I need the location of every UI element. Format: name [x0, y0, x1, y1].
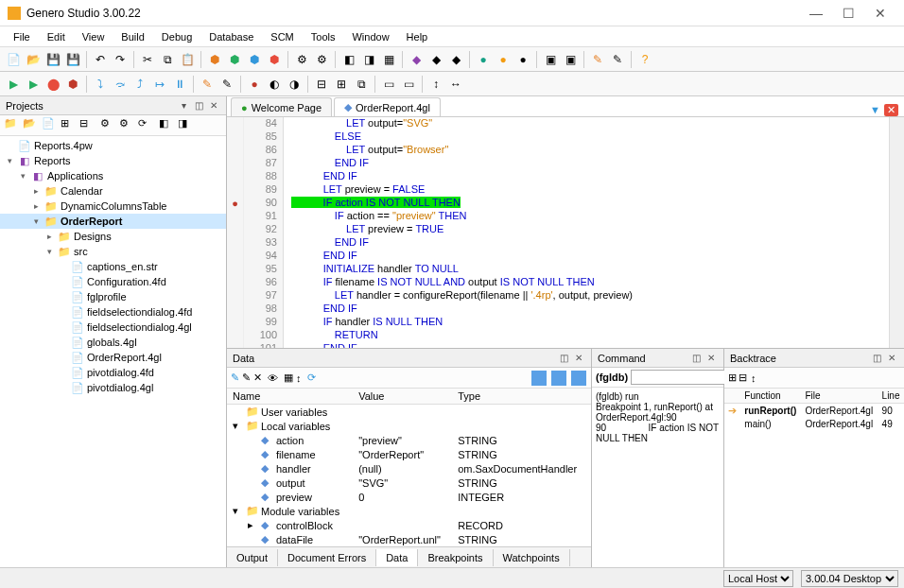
project-tree[interactable]: 📄Reports.4pw▾◧Reports▾◧Applications▸📁Cal… [0, 136, 226, 567]
tool-icon[interactable]: ◨ [359, 50, 378, 69]
tool-icon[interactable]: ⚙ [119, 117, 136, 134]
variable-row[interactable]: ▾📁Local variables [227, 419, 591, 433]
tool-icon[interactable]: 📁 [4, 117, 21, 134]
tree-twisty-icon[interactable]: ▾ [17, 171, 28, 181]
debug-icon[interactable]: ⬤ [43, 75, 62, 94]
tool-icon[interactable]: ⟳ [138, 117, 155, 134]
menu-help[interactable]: Help [399, 29, 436, 44]
tool-icon[interactable]: ⬢ [265, 50, 284, 69]
tree-item[interactable]: ▸📁Calendar [0, 183, 226, 199]
tool-icon[interactable]: ✎ [242, 372, 251, 384]
tree-twisty-icon[interactable]: ▾ [4, 156, 15, 165]
close-all-icon[interactable]: ✕ [884, 104, 898, 116]
tool-icon[interactable]: ◧ [159, 117, 176, 134]
variable-row[interactable]: ◆action"preview"STRING [227, 433, 591, 447]
tree-item[interactable]: ▾📁src [0, 244, 226, 259]
tree-item[interactable]: ▸📁Designs [0, 229, 226, 244]
variable-row[interactable]: ◆handler(null)om.SaxDocumentHandler [227, 461, 591, 476]
tool-icon[interactable]: ◧ [339, 50, 358, 69]
tree-item[interactable]: 📄OrderReport.4gl [0, 350, 226, 365]
tool-icon[interactable]: ◨ [178, 117, 195, 134]
breakpoint-margin[interactable]: ● [227, 117, 244, 348]
tool-icon[interactable]: ⊞ [332, 75, 351, 94]
column-header[interactable]: Line [878, 389, 904, 404]
tool-icon[interactable]: ⬢ [225, 50, 244, 69]
menu-file[interactable]: File [6, 29, 38, 44]
column-header[interactable]: Type [452, 389, 591, 405]
tree-item[interactable]: 📄fieldselectiondialog.4gl [0, 320, 226, 335]
filter-icon[interactable]: ▼ [870, 104, 880, 116]
tool-icon[interactable]: ↔ [446, 75, 465, 94]
tool-icon[interactable]: ▦ [284, 372, 293, 384]
tool-icon[interactable]: ▭ [379, 75, 398, 94]
tool-icon[interactable]: ● [494, 50, 513, 69]
menu-scm[interactable]: SCM [263, 29, 301, 44]
build-icon[interactable]: ⚙ [292, 50, 311, 69]
save-icon[interactable]: 💾 [43, 50, 62, 69]
tree-item[interactable]: 📄fglprofile [0, 289, 226, 304]
tree-twisty-icon[interactable]: ▸ [30, 186, 42, 196]
variable-row[interactable]: ◆dataFile"OrderReport.unl"STRING [227, 532, 591, 546]
tool-icon[interactable] [551, 371, 566, 386]
tool-icon[interactable]: ↕ [426, 75, 445, 94]
bottom-tab[interactable]: Data [376, 549, 418, 566]
tool-icon[interactable]: ◆ [426, 50, 445, 69]
code-editor[interactable]: ● 84858687888990919293949596979899100101… [227, 117, 904, 348]
panel-float-icon[interactable]: ◫ [870, 352, 883, 365]
tool-icon[interactable]: ⚙ [100, 117, 117, 134]
tool-icon[interactable]: ▣ [541, 50, 560, 69]
step-over-icon[interactable]: ⤼ [111, 75, 130, 94]
tree-item[interactable]: 📄pivotdialog.4fd [0, 365, 226, 380]
tool-icon[interactable]: ✎ [608, 50, 627, 69]
tree-item[interactable]: 📄globals.4gl [0, 335, 226, 350]
save-all-icon[interactable]: 💾 [63, 50, 82, 69]
pause-icon[interactable]: ⏸ [170, 75, 189, 94]
tool-icon[interactable]: ▣ [561, 50, 580, 69]
tool-icon[interactable]: ⬢ [245, 50, 264, 69]
tool-icon[interactable]: ◆ [446, 50, 465, 69]
panel-close-icon[interactable]: ✕ [885, 352, 898, 365]
tool-icon[interactable]: ✎ [231, 372, 239, 384]
menu-database[interactable]: Database [201, 29, 261, 44]
column-header[interactable]: File [801, 389, 878, 404]
variables-grid[interactable]: NameValueType📁User variables▾📁Local vari… [227, 389, 591, 546]
tree-item[interactable]: 📄Configuration.4fd [0, 274, 226, 289]
column-header[interactable]: Name [227, 389, 353, 405]
undo-icon[interactable]: ↶ [91, 50, 110, 69]
panel-close-icon[interactable]: ✕ [572, 352, 585, 365]
column-header[interactable] [724, 389, 740, 404]
tool-icon[interactable]: 📄 [42, 117, 59, 134]
stack-frame-row[interactable]: ➔runReport()OrderReport.4gl90 [724, 404, 904, 419]
delete-icon[interactable]: ✕ [253, 372, 262, 384]
tool-icon[interactable] [531, 371, 547, 386]
column-header[interactable]: Value [353, 389, 452, 405]
breakpoint-icon[interactable]: ● [245, 75, 264, 94]
editor-tab[interactable]: ◆OrderReport.4gl [334, 97, 441, 116]
variable-row[interactable]: ◆output"SVG"STRING [227, 476, 591, 490]
tool-icon[interactable]: ◑ [285, 75, 304, 94]
panel-float-icon[interactable]: ◫ [192, 99, 205, 112]
run-icon[interactable]: ▶ [4, 75, 23, 94]
tool-icon[interactable]: 📂 [23, 117, 40, 134]
open-icon[interactable]: 📂 [24, 50, 43, 69]
tool-icon[interactable]: ✎ [217, 75, 236, 94]
menu-build[interactable]: Build [113, 29, 151, 44]
tool-icon[interactable]: ● [513, 50, 532, 69]
variable-row[interactable]: 📁User variables [227, 405, 591, 420]
tool-icon[interactable]: ↕ [296, 372, 302, 384]
tree-twisty-icon[interactable]: ▾ [30, 216, 42, 226]
copy-icon[interactable]: ⧉ [158, 50, 177, 69]
tool-icon[interactable]: ◐ [265, 75, 284, 94]
tree-item[interactable]: ▾◧Applications [0, 168, 226, 183]
tool-icon[interactable]: ⊞ [61, 117, 78, 134]
column-header[interactable]: Function [740, 389, 801, 404]
menu-window[interactable]: Window [344, 29, 396, 44]
debug-icon[interactable]: ▶ [24, 75, 43, 94]
build-icon[interactable]: ⚙ [312, 50, 331, 69]
menu-edit[interactable]: Edit [40, 29, 73, 44]
config-select[interactable]: 3.00.04 Desktop [801, 570, 898, 587]
tree-item[interactable]: 📄fieldselectiondialog.4fd [0, 304, 226, 320]
tool-icon[interactable]: ▭ [399, 75, 418, 94]
host-select[interactable]: Local Host [723, 570, 793, 587]
tool-icon[interactable]: ⊟ [79, 117, 96, 134]
